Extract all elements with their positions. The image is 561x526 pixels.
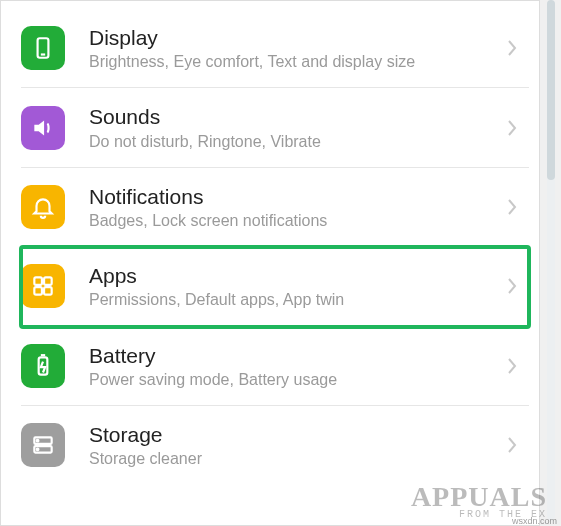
apps-icon <box>21 264 65 308</box>
settings-row-notifications[interactable]: Notifications Badges, Lock screen notifi… <box>21 168 529 247</box>
row-title: Apps <box>89 263 501 288</box>
settings-row-battery[interactable]: Battery Power saving mode, Battery usage <box>21 327 529 406</box>
row-title: Display <box>89 25 501 50</box>
row-subtitle: Brightness, Eye comfort, Text and displa… <box>89 52 501 71</box>
row-text: Battery Power saving mode, Battery usage <box>89 343 501 389</box>
chevron-right-icon <box>501 39 523 57</box>
battery-icon <box>21 344 65 388</box>
bell-icon <box>21 185 65 229</box>
settings-row-display[interactable]: Display Brightness, Eye comfort, Text an… <box>21 1 529 88</box>
row-subtitle: Storage cleaner <box>89 449 501 468</box>
chevron-right-icon <box>501 436 523 454</box>
row-title: Sounds <box>89 104 501 129</box>
display-icon <box>21 26 65 70</box>
settings-row-apps[interactable]: Apps Permissions, Default apps, App twin <box>21 247 529 326</box>
row-subtitle: Power saving mode, Battery usage <box>89 370 501 389</box>
scrollbar-thumb[interactable] <box>547 0 555 180</box>
watermark-url: wsxdn.com <box>512 516 557 526</box>
chevron-right-icon <box>501 119 523 137</box>
storage-icon <box>21 423 65 467</box>
settings-row-storage[interactable]: Storage Storage cleaner <box>21 406 529 484</box>
chevron-right-icon <box>501 277 523 295</box>
row-subtitle: Badges, Lock screen notifications <box>89 211 501 230</box>
row-title: Storage <box>89 422 501 447</box>
row-text: Apps Permissions, Default apps, App twin <box>89 263 501 309</box>
row-text: Display Brightness, Eye comfort, Text an… <box>89 25 501 71</box>
settings-row-sounds[interactable]: Sounds Do not disturb, Ringtone, Vibrate <box>21 88 529 167</box>
chevron-right-icon <box>501 357 523 375</box>
row-text: Notifications Badges, Lock screen notifi… <box>89 184 501 230</box>
row-title: Notifications <box>89 184 501 209</box>
settings-panel: Display Brightness, Eye comfort, Text an… <box>0 0 540 526</box>
svg-rect-3 <box>44 278 52 286</box>
svg-rect-4 <box>34 287 42 295</box>
speaker-icon <box>21 106 65 150</box>
row-subtitle: Permissions, Default apps, App twin <box>89 290 501 309</box>
svg-rect-2 <box>34 278 42 286</box>
settings-list: Display Brightness, Eye comfort, Text an… <box>1 1 539 484</box>
svg-point-10 <box>37 440 39 442</box>
row-text: Storage Storage cleaner <box>89 422 501 468</box>
svg-point-11 <box>37 449 39 451</box>
svg-rect-5 <box>44 287 52 295</box>
row-text: Sounds Do not disturb, Ringtone, Vibrate <box>89 104 501 150</box>
row-subtitle: Do not disturb, Ringtone, Vibrate <box>89 132 501 151</box>
row-title: Battery <box>89 343 501 368</box>
chevron-right-icon <box>501 198 523 216</box>
